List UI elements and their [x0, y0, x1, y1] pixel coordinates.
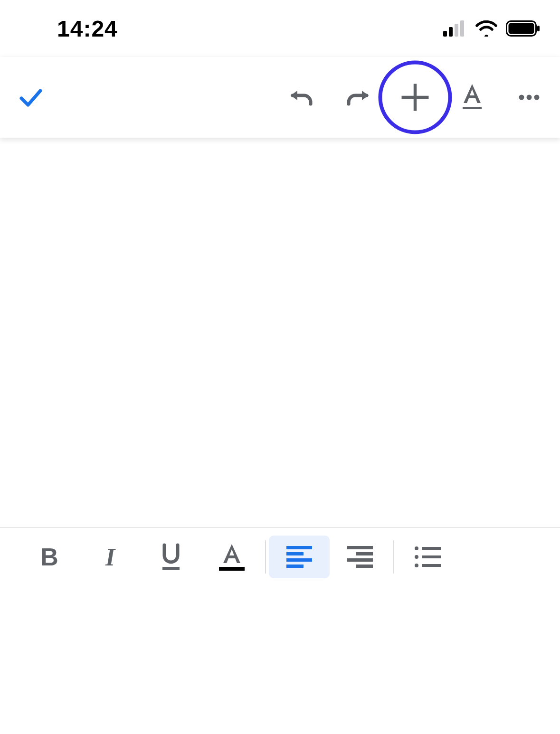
- redo-button[interactable]: [342, 81, 375, 114]
- underline-icon: [158, 542, 184, 572]
- svg-rect-19: [347, 546, 373, 549]
- bulleted-list-icon: [414, 546, 441, 568]
- cellular-signal-icon: [443, 20, 467, 37]
- redo-icon: [345, 84, 371, 111]
- bold-button[interactable]: B: [19, 536, 80, 578]
- svg-rect-5: [509, 23, 534, 34]
- svg-rect-27: [422, 555, 441, 558]
- toolbar-divider: [265, 540, 266, 574]
- document-canvas[interactable]: [0, 138, 560, 546]
- svg-rect-22: [356, 565, 373, 568]
- italic-icon: I: [105, 543, 115, 571]
- svg-rect-3: [460, 20, 464, 37]
- svg-rect-15: [286, 546, 312, 549]
- svg-point-25: [415, 564, 418, 567]
- align-right-button[interactable]: [330, 536, 390, 578]
- text-color-icon: [216, 541, 247, 573]
- align-left-button[interactable]: [269, 536, 330, 578]
- svg-rect-6: [537, 26, 540, 31]
- bulleted-list-button[interactable]: [397, 536, 458, 578]
- battery-icon: [506, 20, 541, 37]
- toolbar-divider: [393, 540, 394, 574]
- text-format-button[interactable]: [456, 81, 489, 114]
- top-toolbar: [0, 57, 560, 138]
- svg-rect-13: [162, 567, 180, 570]
- svg-rect-16: [286, 552, 304, 555]
- text-color-button[interactable]: [201, 536, 262, 578]
- checkmark-icon: [18, 84, 44, 111]
- text-format-icon: [459, 82, 485, 113]
- status-indicators: [443, 20, 541, 37]
- status-time: 14:24: [57, 16, 118, 42]
- svg-point-11: [527, 95, 532, 100]
- svg-rect-2: [455, 24, 458, 37]
- svg-point-24: [415, 555, 418, 559]
- undo-button[interactable]: [285, 81, 318, 114]
- svg-rect-18: [286, 565, 304, 568]
- status-bar: 14:24: [0, 0, 560, 57]
- svg-rect-26: [422, 547, 441, 550]
- align-right-icon: [347, 546, 373, 568]
- underline-button[interactable]: [141, 536, 201, 578]
- svg-rect-28: [422, 564, 441, 567]
- svg-rect-21: [347, 558, 373, 562]
- insert-button[interactable]: [399, 81, 432, 114]
- done-button[interactable]: [14, 81, 47, 114]
- svg-rect-9: [463, 107, 482, 109]
- svg-rect-14: [219, 567, 245, 571]
- plus-icon: [399, 77, 432, 118]
- svg-point-10: [519, 95, 524, 100]
- svg-point-12: [534, 95, 540, 100]
- svg-rect-0: [443, 31, 447, 37]
- format-toolbar: B I: [0, 527, 560, 586]
- more-button[interactable]: [513, 81, 546, 114]
- more-horizontal-icon: [516, 84, 542, 111]
- align-left-icon: [286, 546, 312, 568]
- wifi-icon: [475, 20, 497, 37]
- bold-icon: B: [40, 543, 58, 571]
- italic-button[interactable]: I: [80, 536, 141, 578]
- svg-rect-1: [449, 27, 453, 37]
- undo-icon: [288, 84, 314, 111]
- svg-point-23: [415, 546, 418, 550]
- svg-rect-20: [356, 552, 373, 555]
- svg-rect-17: [286, 558, 312, 562]
